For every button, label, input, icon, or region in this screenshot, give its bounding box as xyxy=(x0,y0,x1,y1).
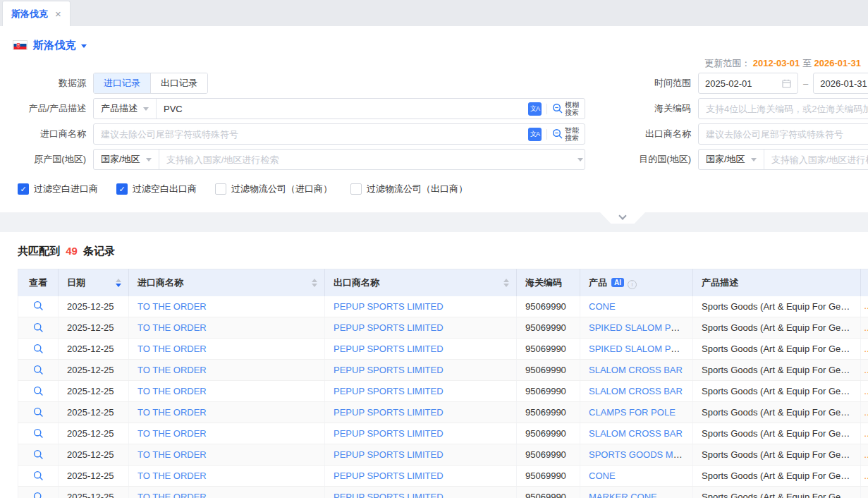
product-link[interactable]: SPIKED SLALOM POLE xyxy=(589,344,689,354)
importer-link[interactable]: TO THE ORDER xyxy=(137,322,207,333)
tab-bar: 斯洛伐克 × xyxy=(0,0,868,26)
exporter-link[interactable]: PEPUP SPORTS LIMITED xyxy=(334,407,444,418)
importer-link[interactable]: TO THE ORDER xyxy=(137,492,207,498)
sort-ascending-icon xyxy=(503,279,509,282)
tab-slovakia[interactable]: 斯洛伐克 × xyxy=(2,1,71,26)
importer-link[interactable]: TO THE ORDER xyxy=(137,470,207,481)
hs-code-cell: 95069990 xyxy=(517,317,580,339)
product-link[interactable]: SPIKED SLALOM POLE xyxy=(589,322,689,333)
description-cell: Sports Goods (Art & Equip For Gen ... xyxy=(693,487,861,498)
info-icon[interactable]: i xyxy=(628,280,637,289)
product-link[interactable]: SLALOM CROSS BAR xyxy=(589,386,683,396)
header-description: 产品描述 xyxy=(693,269,861,296)
translate-icon[interactable]: 文A xyxy=(528,128,542,141)
fuzzy-search-button[interactable]: 模糊 搜索 xyxy=(552,101,579,116)
overflow-cell: … xyxy=(861,360,868,381)
product-link[interactable]: CLAMPS FOR POLE xyxy=(589,407,676,418)
view-record-button[interactable] xyxy=(32,490,45,498)
date-range-separator: – xyxy=(803,78,808,89)
product-label: 产品/产品描述 xyxy=(0,102,93,115)
view-record-button[interactable] xyxy=(32,448,45,461)
exporter-link[interactable]: PEPUP SPORTS LIMITED xyxy=(334,428,444,439)
origin-country-select[interactable]: 国家/地区 xyxy=(94,150,159,169)
importer-search-input[interactable] xyxy=(94,129,528,140)
dest-country-select[interactable]: 国家/地区 xyxy=(699,150,764,169)
importer-link[interactable]: TO THE ORDER xyxy=(137,365,207,375)
view-record-button[interactable] xyxy=(32,299,45,312)
exporter-link[interactable]: PEPUP SPORTS LIMITED xyxy=(334,386,444,396)
view-record-button[interactable] xyxy=(32,469,45,482)
checkbox-unchecked-icon[interactable] xyxy=(350,183,362,195)
checkbox-filter-blank-exporter[interactable]: ✓ 过滤空白出口商 xyxy=(116,183,197,195)
importer-label: 进口商名称 xyxy=(0,128,93,140)
sort-descending-icon xyxy=(312,284,317,287)
view-record-button[interactable] xyxy=(32,384,45,398)
origin-country-input[interactable] xyxy=(159,154,577,165)
product-link[interactable]: SLALOM CROSS BAR xyxy=(589,365,683,375)
export-records-tab[interactable]: 出口记录 xyxy=(150,73,207,93)
importer-link[interactable]: TO THE ORDER xyxy=(137,386,207,396)
product-link[interactable]: SPORTS GOODS MAR... xyxy=(589,449,693,460)
view-record-button[interactable] xyxy=(32,427,45,440)
product-link[interactable]: CONE xyxy=(589,301,616,312)
checkbox-filter-blank-importer[interactable]: ✓ 过滤空白进口商 xyxy=(18,183,98,195)
date-cell: 2025-12-25 xyxy=(59,444,129,466)
sort-date-control[interactable] xyxy=(116,279,121,287)
checkbox-checked-icon[interactable]: ✓ xyxy=(18,183,29,195)
product-type-select[interactable]: 产品描述 xyxy=(94,99,157,119)
exporter-link[interactable]: PEPUP SPORTS LIMITED xyxy=(334,492,444,498)
header-date[interactable]: 日期 xyxy=(59,269,129,296)
importer-link[interactable]: TO THE ORDER xyxy=(137,301,207,312)
hs-code-cell: 95069990 xyxy=(517,360,580,381)
header-importer[interactable]: 进口商名称 xyxy=(129,269,325,296)
start-date-input[interactable]: 2025-02-01 xyxy=(698,73,798,94)
filter-panel: 斯洛伐克 更新范围： 2012-03-01 至 2026-01-31 数据源 进… xyxy=(0,26,868,212)
dest-country-input[interactable] xyxy=(764,154,868,165)
product-search-box: 产品描述 文A xyxy=(93,98,585,119)
date-cell: 2025-12-25 xyxy=(59,317,129,339)
end-date-input[interactable]: 2026-01-31 xyxy=(813,73,868,94)
description-cell: Sports Goods (Art & Equip For Gen ... xyxy=(693,444,861,466)
checkbox-filter-logistics-importer[interactable]: 过滤物流公司（进口商） xyxy=(215,183,332,195)
header-exporter[interactable]: 出口商名称 xyxy=(325,269,517,296)
overflow-cell: … xyxy=(861,487,868,498)
product-link[interactable]: SLALOM CROSS BAR xyxy=(589,428,683,439)
exporter-link[interactable]: PEPUP SPORTS LIMITED xyxy=(334,449,444,460)
hs-code-input[interactable] xyxy=(698,98,868,119)
importer-link[interactable]: TO THE ORDER xyxy=(137,407,207,418)
view-record-button[interactable] xyxy=(32,321,45,334)
checkbox-filter-logistics-exporter[interactable]: 过滤物流公司（出口商） xyxy=(350,183,467,195)
exporter-link[interactable]: PEPUP SPORTS LIMITED xyxy=(334,365,444,375)
exporter-name-input[interactable] xyxy=(698,123,868,145)
country-selector[interactable]: 斯洛伐克 xyxy=(0,36,868,54)
checkbox-checked-icon[interactable]: ✓ xyxy=(116,183,128,195)
magnifier-icon xyxy=(33,428,44,439)
importer-link[interactable]: TO THE ORDER xyxy=(137,449,207,460)
view-record-button[interactable] xyxy=(32,363,45,377)
import-records-tab[interactable]: 进口记录 xyxy=(94,73,150,93)
select-arrow-icon xyxy=(751,158,757,162)
tab-close-icon[interactable]: × xyxy=(55,8,61,19)
collapse-panel-button[interactable] xyxy=(600,212,645,224)
filter-form: 数据源 进口记录 出口记录 时间范围 2025-02-01 xyxy=(0,73,868,170)
smart-search-label-2: 搜索 xyxy=(565,134,579,142)
importer-link[interactable]: TO THE ORDER xyxy=(137,428,207,439)
view-record-button[interactable] xyxy=(32,342,45,356)
importer-link[interactable]: TO THE ORDER xyxy=(137,344,207,354)
product-search-input[interactable] xyxy=(157,104,528,114)
product-link[interactable]: CONE xyxy=(589,470,616,481)
checkbox-unchecked-icon[interactable] xyxy=(215,183,226,195)
exporter-link[interactable]: PEPUP SPORTS LIMITED xyxy=(334,344,444,354)
exporter-link[interactable]: PEPUP SPORTS LIMITED xyxy=(334,301,444,312)
view-record-button[interactable] xyxy=(32,406,45,419)
smart-search-button[interactable]: 智能 搜索 xyxy=(552,126,579,142)
exporter-link[interactable]: PEPUP SPORTS LIMITED xyxy=(334,470,444,481)
sort-exporter-control[interactable] xyxy=(503,279,509,287)
product-link[interactable]: MARKER CONE xyxy=(589,492,657,498)
exporter-link[interactable]: PEPUP SPORTS LIMITED xyxy=(334,322,444,333)
overflow-cell: … xyxy=(861,402,868,423)
date-cell: 2025-12-25 xyxy=(59,487,129,498)
translate-icon[interactable]: 文A xyxy=(528,102,542,116)
table-row: 2025-12-25 TO THE ORDER PEPUP SPORTS LIM… xyxy=(18,381,868,402)
sort-importer-control[interactable] xyxy=(312,279,317,287)
